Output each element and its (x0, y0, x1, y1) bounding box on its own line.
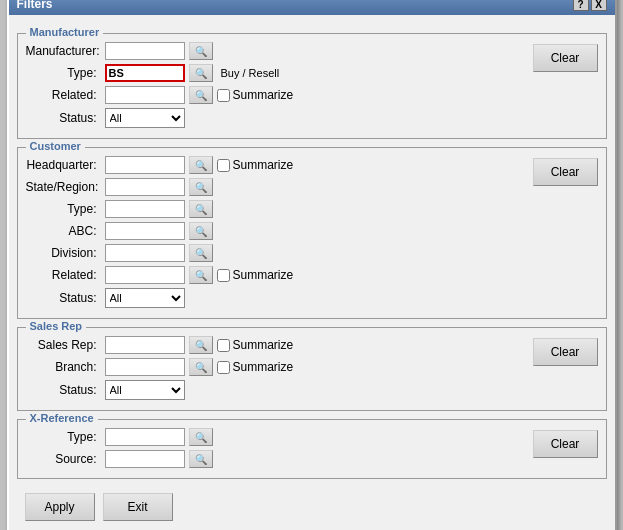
sales-rep-summarize-checkbox[interactable] (217, 339, 230, 352)
customer-related-row: Related: 🔍 Summarize (26, 266, 533, 284)
sales-rep-clear-btn[interactable]: Clear (533, 338, 598, 366)
customer-abc-input[interactable] (105, 222, 185, 240)
customer-type-row: Type: 🔍 (26, 200, 533, 218)
customer-related-summarize-text: Summarize (233, 268, 294, 282)
customer-division-label: Division: (26, 246, 101, 260)
customer-related-label: Related: (26, 268, 101, 282)
sales-rep-summarize-text: Summarize (233, 338, 294, 352)
manufacturer-section-title: Manufacturer (26, 26, 104, 38)
customer-status-label: Status: (26, 291, 101, 305)
binoculars-icon3: 🔍 (195, 90, 207, 101)
customer-abc-row: ABC: 🔍 (26, 222, 533, 240)
sales-branch-row: Branch: 🔍 Summarize (26, 358, 533, 376)
close-button[interactable]: X (591, 0, 607, 11)
xref-type-input[interactable] (105, 428, 185, 446)
manufacturer-input[interactable] (105, 42, 185, 60)
manufacturer-lookup-btn[interactable]: 🔍 (189, 42, 213, 60)
manufacturer-summarize-checkbox[interactable] (217, 89, 230, 102)
customer-type-label: Type: (26, 202, 101, 216)
sales-rep-row: Sales Rep: 🔍 Summarize (26, 336, 533, 354)
sales-rep-section-content: Sales Rep: 🔍 Summarize Branch: 🔍 (26, 336, 598, 404)
binoculars-icon9: 🔍 (195, 270, 207, 281)
xreference-section: X-Reference Type: 🔍 Source: 🔍 (17, 419, 607, 479)
xref-type-label: Type: (26, 430, 101, 444)
xreference-clear-btn[interactable]: Clear (533, 430, 598, 458)
customer-state-input[interactable] (105, 178, 185, 196)
customer-section-content: Headquarter: 🔍 Summarize State/Region: 🔍 (26, 156, 598, 312)
binoculars-icon5: 🔍 (195, 182, 207, 193)
xref-source-label: Source: (26, 452, 101, 466)
customer-hq-input[interactable] (105, 156, 185, 174)
manufacturer-related-lookup-btn[interactable]: 🔍 (189, 86, 213, 104)
manufacturer-status-row: Status: All Active Inactive (26, 108, 533, 128)
manufacturer-type-input[interactable] (105, 64, 185, 82)
manufacturer-fields: Manufacturer: 🔍 Type: 🔍 Buy / Resell Rel… (26, 42, 533, 132)
sales-branch-summarize-label: Summarize (217, 360, 294, 374)
sales-rep-lookup-btn[interactable]: 🔍 (189, 336, 213, 354)
binoculars-icon13: 🔍 (195, 454, 207, 465)
manufacturer-related-input[interactable] (105, 86, 185, 104)
manufacturer-row: Manufacturer: 🔍 (26, 42, 533, 60)
sales-branch-summarize-checkbox[interactable] (217, 361, 230, 374)
buy-resell-note: Buy / Resell (221, 67, 280, 79)
sales-branch-input[interactable] (105, 358, 185, 376)
sales-rep-section-title: Sales Rep (26, 320, 87, 332)
sales-branch-label: Branch: (26, 360, 101, 374)
customer-clear-btn[interactable]: Clear (533, 158, 598, 186)
manufacturer-type-row: Type: 🔍 Buy / Resell (26, 64, 533, 82)
manufacturer-related-label: Related: (26, 88, 101, 102)
footer-bar: Apply Exit (17, 487, 607, 529)
xreference-section-title: X-Reference (26, 412, 98, 424)
dialog-title: Filters (17, 0, 53, 11)
exit-button[interactable]: Exit (103, 493, 173, 521)
sales-branch-summarize-text: Summarize (233, 360, 294, 374)
customer-related-input[interactable] (105, 266, 185, 284)
customer-type-lookup-btn[interactable]: 🔍 (189, 200, 213, 218)
xreference-section-content: Type: 🔍 Source: 🔍 Clear (26, 428, 598, 472)
xref-type-lookup-btn[interactable]: 🔍 (189, 428, 213, 446)
manufacturer-summarize-text: Summarize (233, 88, 294, 102)
customer-state-lookup-btn[interactable]: 🔍 (189, 178, 213, 196)
binoculars-icon8: 🔍 (195, 248, 207, 259)
binoculars-icon11: 🔍 (195, 362, 207, 373)
customer-division-lookup-btn[interactable]: 🔍 (189, 244, 213, 262)
manufacturer-related-row: Related: 🔍 Summarize (26, 86, 533, 104)
manufacturer-section: Manufacturer Manufacturer: 🔍 Type: 🔍 Buy (17, 33, 607, 139)
sales-rep-input[interactable] (105, 336, 185, 354)
manufacturer-label: Manufacturer: (26, 44, 101, 58)
customer-state-label: State/Region: (26, 180, 101, 194)
title-bar: Filters ? X (9, 0, 615, 15)
customer-hq-lookup-btn[interactable]: 🔍 (189, 156, 213, 174)
customer-section-title: Customer (26, 140, 85, 152)
customer-status-select[interactable]: All Active Inactive (105, 288, 185, 308)
sales-rep-summarize-label: Summarize (217, 338, 294, 352)
sales-branch-lookup-btn[interactable]: 🔍 (189, 358, 213, 376)
sales-status-select[interactable]: All Active Inactive (105, 380, 185, 400)
customer-section: Customer Headquarter: 🔍 Summarize (17, 147, 607, 319)
customer-hq-summarize-text: Summarize (233, 158, 294, 172)
customer-abc-lookup-btn[interactable]: 🔍 (189, 222, 213, 240)
customer-related-summarize-label: Summarize (217, 268, 294, 282)
binoculars-icon2: 🔍 (195, 68, 207, 79)
customer-related-summarize-checkbox[interactable] (217, 269, 230, 282)
customer-related-lookup-btn[interactable]: 🔍 (189, 266, 213, 284)
xref-source-lookup-btn[interactable]: 🔍 (189, 450, 213, 468)
filters-dialog: Filters ? X Manufacturer Manufacturer: 🔍 (7, 0, 617, 530)
customer-division-input[interactable] (105, 244, 185, 262)
help-button[interactable]: ? (573, 0, 589, 11)
xreference-fields: Type: 🔍 Source: 🔍 (26, 428, 533, 472)
manufacturer-status-label: Status: (26, 111, 101, 125)
manufacturer-clear-btn[interactable]: Clear (533, 44, 598, 72)
apply-button[interactable]: Apply (25, 493, 95, 521)
binoculars-icon12: 🔍 (195, 432, 207, 443)
customer-hq-label: Headquarter: (26, 158, 101, 172)
manufacturer-type-lookup-btn[interactable]: 🔍 (189, 64, 213, 82)
sales-status-row: Status: All Active Inactive (26, 380, 533, 400)
customer-type-input[interactable] (105, 200, 185, 218)
customer-hq-summarize-checkbox[interactable] (217, 159, 230, 172)
xref-source-input[interactable] (105, 450, 185, 468)
customer-status-row: Status: All Active Inactive (26, 288, 533, 308)
manufacturer-status-select[interactable]: All Active Inactive (105, 108, 185, 128)
customer-hq-summarize-label: Summarize (217, 158, 294, 172)
dialog-body: Manufacturer Manufacturer: 🔍 Type: 🔍 Buy (9, 15, 615, 530)
